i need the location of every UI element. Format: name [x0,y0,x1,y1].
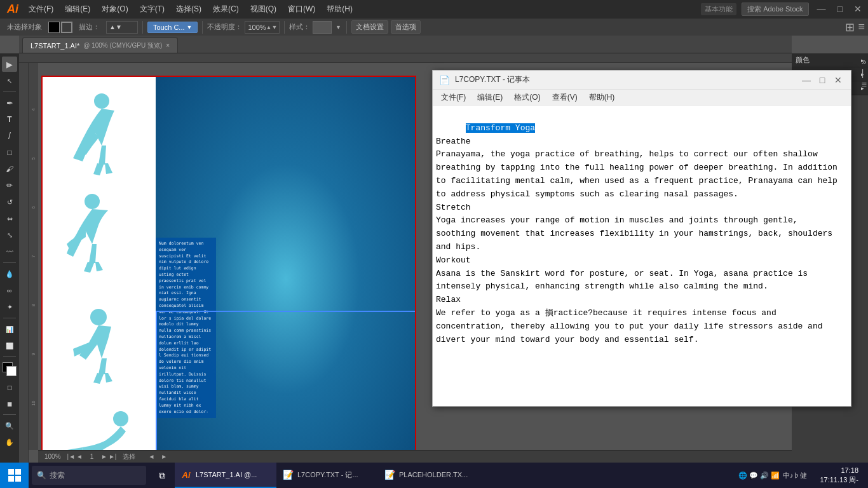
scroll-right-btn[interactable]: ► [161,453,167,460]
notepad-window-controls: — □ ✕ [800,74,844,86]
notepad-maximize-btn[interactable]: □ [816,74,829,86]
pen-tool[interactable]: ✒ [2,95,17,111]
more-icon[interactable]: ≡ [858,20,865,34]
style-swatch[interactable] [313,21,332,34]
panel-options-icon[interactable]: | [862,68,867,78]
task-view-btn[interactable]: ⧉ [149,463,175,488]
stroke-label: 描边： [75,21,104,33]
toolbar-divider-4 [346,21,347,34]
hand-tool[interactable]: ✋ [2,435,17,450]
selected-text[interactable]: Transform Yoga [466,123,535,133]
np-file-menu[interactable]: 文件(F) [436,91,471,104]
notepad-body-text[interactable]: Breathe Pranayama, the yoga practice of … [436,137,837,344]
ai-app-icon: Ai [180,468,193,481]
doc-settings-btn[interactable]: 文档设置 [351,20,388,34]
artboard[interactable]: Num doloreetum ven esequam ver suscipist… [41,76,416,450]
drawing-mode[interactable]: ◼ [2,396,17,411]
background-color[interactable] [6,366,17,376]
artboard-tool[interactable]: ⬜ [2,338,17,353]
canvas-status: 选择 [123,452,135,461]
np-view-menu[interactable]: 查看(V) [547,91,583,104]
scroll-left-btn[interactable]: ◄ [148,453,154,460]
yoga-figure-3 [48,298,146,387]
direct-selection-tool[interactable]: ↖ [2,73,17,88]
arrange-icon[interactable]: ⊞ [845,20,855,34]
page-first-btn[interactable]: |◄ [67,453,76,460]
line-tool[interactable]: / [2,128,17,144]
reflect-tool[interactable]: ⇔ [2,211,17,226]
blend-tool[interactable]: ∞ [2,283,17,298]
maximize-btn[interactable]: □ [834,4,846,14]
color-boxes[interactable] [3,362,17,376]
column-graph-tool[interactable]: 📊 [2,322,17,337]
color-panel-header[interactable]: 颜色 ▸ [792,53,868,67]
menu-file[interactable]: 文件(F) [24,3,58,16]
page-number[interactable]: 1 [84,453,100,460]
panel-arrows: » | ≡ [860,53,868,93]
color-panel-label: 颜色 [796,55,810,65]
start-button[interactable] [0,463,29,488]
rotate-tool[interactable]: ↺ [2,194,17,210]
type-tool[interactable]: T [2,112,17,127]
taskbar-search[interactable]: 🔍 搜索 [32,466,146,485]
pencil-tool[interactable]: ✏ [2,178,17,193]
menu-object[interactable]: 对象(O) [97,3,133,16]
ai-document-tab[interactable]: L7START_1.AI* @ 100% (CMYK/GPU 预览) × [22,37,178,53]
tab-close-btn[interactable]: × [166,42,170,49]
taskbar-clock[interactable]: 17:18 17:11.13 周- [813,466,865,485]
np-edit-menu[interactable]: 编辑(E) [472,91,508,104]
page-next-btn[interactable]: ► [101,453,107,460]
notepad-minimize-btn[interactable]: — [800,74,813,86]
style-dropdown[interactable]: ▼ [334,21,342,34]
show-desktop-btn[interactable] [865,463,868,488]
notepad-text-content[interactable]: Transform Yoga Breathe Pranayama, the yo… [436,109,848,403]
menu-view[interactable]: 视图(Q) [245,3,281,16]
normal-mode[interactable]: ◻ [2,379,17,395]
taskbar-app-notepad1[interactable]: 📝 L7COPY.TXT - 记... [276,463,378,488]
close-icon[interactable]: ✕ [851,4,865,14]
minimize-btn[interactable]: — [814,4,829,14]
stroke-color[interactable] [61,22,72,33]
taskbar-app-notepad2[interactable]: 📝 PLACEHOLDER.TX... [378,463,480,488]
page-last-btn[interactable]: ►| [109,453,117,460]
notepad-icon: 📄 [439,75,450,85]
menu-help[interactable]: 帮助(H) [322,3,358,16]
tray-icons: 🌐 💬 🔊 📶 [738,471,780,480]
menu-edit[interactable]: 编辑(E) [60,3,95,16]
menu-select[interactable]: 选择(S) [171,3,207,16]
shape-tool[interactable]: □ [2,145,17,160]
ai-toolbar: 未选择对象 描边： ▲▼ Touch C... ▼ 不透明度： 100% ▲▼ … [0,18,868,36]
stroke-input[interactable]: ▲▼ [106,21,138,34]
eyedropper-tool[interactable]: 💧 [2,266,17,281]
warp-tool[interactable]: 〰 [2,244,17,259]
fill-color[interactable] [48,22,60,33]
menu-effect[interactable]: 效果(C) [208,3,244,16]
zoom-tool[interactable]: 🔍 [2,418,17,433]
workspace-btn[interactable]: 基本功能 [701,3,736,15]
preferences-btn[interactable]: 首选项 [391,20,421,34]
panel-menu-icon[interactable]: ≡ [862,79,867,90]
symbol-tool[interactable]: ✦ [2,299,17,315]
selection-tool[interactable]: ▶ [2,57,17,72]
page-prev-btn[interactable]: ◄ [76,453,83,460]
touch-c-button[interactable]: Touch C... ▼ [147,22,198,33]
tools-divider-5 [3,414,16,415]
stock-search[interactable]: 搜索 Adobe Stock [742,3,808,16]
panel-expand-icon[interactable]: » [862,57,867,67]
menu-window[interactable]: 窗口(W) [283,3,320,16]
notepad2-icon: 📝 [383,468,396,481]
toolbar-divider-3 [284,21,285,34]
notepad-close-btn[interactable]: ✕ [832,74,844,86]
scale-tool[interactable]: ⤡ [2,227,17,243]
notepad-content-area[interactable]: Transform Yoga Breathe Pranayama, the yo… [433,105,851,406]
notepad-menubar: 文件(F) 编辑(E) 格式(O) 查看(V) 帮助(H) [433,90,851,105]
paintbrush-tool[interactable]: 🖌 [2,161,17,177]
ruler-marks-vertical: 4 5 6 7 8 9 10 [29,63,38,450]
opacity-input[interactable]: 100% ▲▼ [245,21,280,34]
np-format-menu[interactable]: 格式(O) [509,91,545,104]
menu-type[interactable]: 文字(T) [135,3,170,16]
taskbar-app-illustrator[interactable]: Ai L7START_1.AI @... [175,463,276,488]
np-help-menu[interactable]: 帮助(H) [584,91,620,104]
ime-indicator[interactable]: 中♪♭健 [783,471,808,480]
touch-c-dropdown[interactable]: ▼ [187,24,193,30]
